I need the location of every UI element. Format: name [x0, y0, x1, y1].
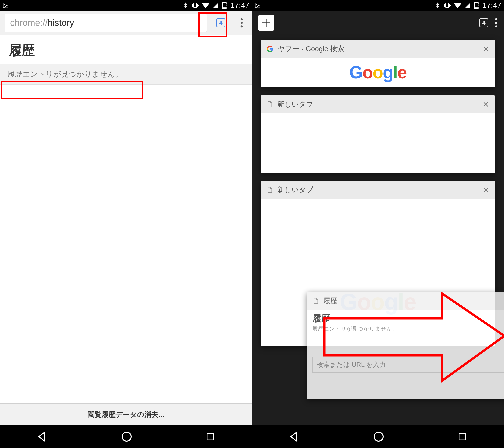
search-input[interactable]: 検索または URL を入力 [312, 357, 504, 373]
page-icon [312, 297, 319, 305]
menu-button[interactable] [233, 18, 250, 28]
phone-left: 19 17:47 chrome://history 4 履歴 履歴エントリが見つ… [0, 0, 252, 448]
svg-rect-11 [446, 3, 449, 8]
more-vert-icon [495, 18, 498, 28]
google-logo: Google [261, 58, 495, 82]
card-history-empty: 履歴エントリが見つかりません。 [307, 325, 504, 336]
wifi-icon [202, 2, 210, 8]
image-notification-icon [2, 2, 9, 9]
vibrate-icon [444, 2, 451, 9]
svg-point-15 [495, 26, 497, 28]
svg-point-16 [374, 432, 383, 441]
address-bar[interactable]: chrome://history [5, 14, 207, 32]
page-icon [266, 186, 273, 194]
image-notification-icon [254, 2, 261, 9]
svg-rect-17 [459, 434, 466, 440]
tab-card[interactable]: 新しいタブ [261, 96, 495, 173]
svg-point-5 [241, 22, 243, 24]
clock: 17:47 [231, 2, 250, 10]
overview-button[interactable] [458, 432, 468, 442]
search-placeholder: 検索または URL を入力 [317, 360, 504, 369]
overview-button[interactable] [206, 432, 216, 442]
url-path: history [48, 18, 74, 28]
close-tab-button[interactable] [482, 101, 490, 108]
close-icon [482, 186, 490, 194]
svg-point-7 [122, 432, 131, 441]
svg-point-1 [4, 4, 5, 5]
close-icon [482, 46, 490, 52]
page-icon [266, 101, 273, 108]
android-nav-bar [0, 426, 252, 448]
tab-count: 4 [216, 18, 226, 28]
svg-rect-2 [194, 3, 197, 8]
menu-button[interactable] [495, 18, 498, 28]
history-empty-message: 履歴エントリが見つかりません。 [0, 64, 252, 85]
svg-point-6 [241, 26, 243, 28]
close-tab-button[interactable] [482, 46, 490, 52]
signal-icon [464, 2, 471, 8]
new-tab-button[interactable] [258, 15, 274, 31]
svg-point-13 [495, 18, 497, 20]
svg-point-10 [256, 4, 257, 5]
chrome-toolbar: chrome://history 4 [0, 11, 252, 35]
svg-point-4 [241, 18, 243, 20]
tab-switcher: 4 ヤフー - Google 検索 Google 新しい [252, 11, 504, 426]
tab-title: 履歴 [324, 296, 504, 306]
wifi-icon [454, 2, 462, 8]
android-nav-bar [252, 426, 504, 448]
switcher-toolbar: 4 [252, 11, 504, 35]
clock: 17:47 [483, 2, 502, 10]
battery-level-text: 19 [476, 4, 480, 8]
tab-title: ヤフー - Google 検索 [278, 44, 482, 54]
tab-count[interactable]: 4 [480, 18, 488, 28]
status-bar: 19 17:47 [252, 0, 504, 11]
bluetooth-icon [183, 2, 188, 9]
tab-title: 新しいタブ [278, 185, 482, 195]
home-button[interactable] [121, 431, 133, 443]
battery-level-text: 19 [224, 4, 228, 8]
svg-rect-8 [207, 434, 214, 440]
google-g-icon [266, 46, 274, 52]
status-bar: 19 17:47 [0, 0, 252, 11]
svg-point-14 [495, 22, 497, 24]
signal-icon [212, 2, 219, 8]
history-page: 履歴 履歴エントリが見つかりません。 閲覧履歴データの消去... [0, 35, 252, 426]
bluetooth-icon [435, 2, 440, 9]
tab-card-dragging[interactable]: 履歴 履歴 履歴エントリが見つかりません。 検索または URL を入力 [307, 292, 504, 400]
back-button[interactable] [288, 431, 300, 442]
back-button[interactable] [36, 431, 48, 442]
home-button[interactable] [373, 431, 385, 443]
tab-title: 新しいタブ [278, 100, 482, 109]
plus-icon [261, 18, 271, 28]
close-icon [482, 101, 490, 108]
vibrate-icon [192, 2, 199, 9]
close-tab-button[interactable] [482, 186, 490, 194]
card-history-title: 履歴 [307, 311, 504, 325]
clear-browsing-data-button[interactable]: 閲覧履歴データの消去... [0, 404, 252, 426]
tab-card[interactable]: ヤフー - Google 検索 Google [261, 40, 495, 88]
tab-switcher-button[interactable]: 4 [209, 11, 233, 35]
phone-right: 19 17:47 4 ヤフー - Google 検索 [252, 0, 504, 448]
url-scheme: chrome:// [10, 18, 48, 28]
more-vert-icon [240, 18, 243, 28]
page-title: 履歴 [0, 35, 252, 64]
